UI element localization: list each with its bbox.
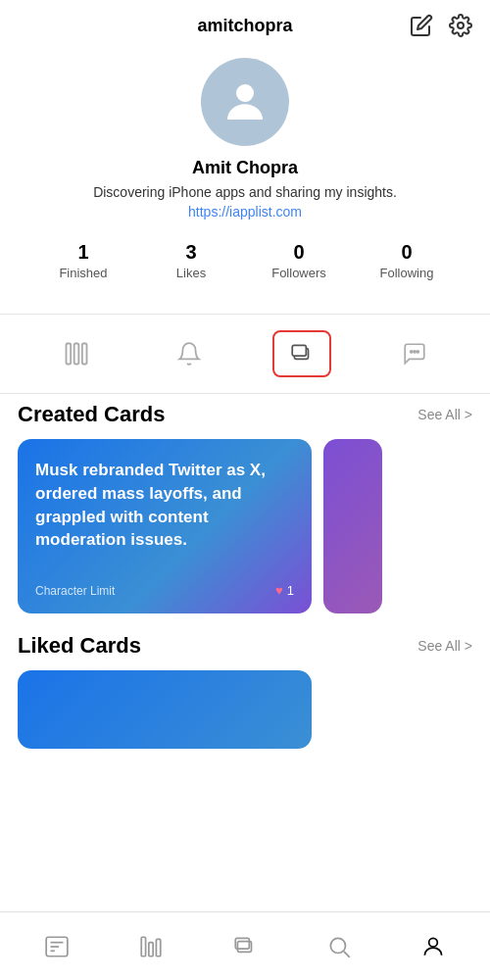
profile-bio: Discovering iPhone apps and sharing my i… [93,184,397,200]
svg-rect-3 [74,344,78,365]
likes-count: 1 [287,583,294,598]
tab-cards[interactable] [272,330,331,377]
nav-charts[interactable] [104,912,198,980]
tab-bookshelf[interactable] [47,330,106,377]
svg-point-19 [330,938,345,953]
card-likes: ♥ 1 [275,583,294,598]
stat-likes-number: 3 [185,241,196,264]
header-actions [410,14,474,39]
tab-comments[interactable] [385,330,444,377]
bottom-nav [0,911,490,980]
divider-stats [0,314,490,315]
stat-following-number: 0 [401,241,412,264]
svg-rect-4 [81,344,86,365]
liked-cards-see-all[interactable]: See All > [417,638,472,654]
liked-cards-row [18,670,472,753]
stat-followers-number: 0 [293,241,304,264]
svg-point-8 [413,351,415,353]
header: amitchopra [0,0,490,48]
stat-likes-label: Likes [176,266,206,280]
created-cards-see-all[interactable]: See All > [417,407,472,422]
username-title: amitchopra [197,16,292,36]
created-cards-row: Musk rebranded Twitter as X, ordered mas… [18,439,472,617]
card-item[interactable]: Musk rebranded Twitter as X, ordered mas… [18,439,312,613]
avatar [201,58,289,146]
stat-finished-label: Finished [59,266,107,280]
svg-rect-15 [149,942,153,956]
divider-tabs [0,393,490,394]
avatar-icon [219,75,271,128]
liked-cards-title: Liked Cards [18,633,141,659]
svg-point-9 [416,351,418,353]
svg-rect-2 [66,344,71,365]
liked-card-preview[interactable] [18,670,312,749]
created-cards-section: Created Cards See All > Musk rebranded T… [0,402,490,633]
card-text: Musk rebranded Twitter as X, ordered mas… [35,459,294,552]
created-cards-header: Created Cards See All > [18,402,472,427]
svg-rect-6 [292,345,306,356]
profile-link[interactable]: https://iapplist.com [188,204,302,220]
svg-point-21 [429,938,438,947]
card-category: Character Limit [35,584,115,598]
svg-point-1 [236,84,254,102]
nav-news[interactable] [10,912,104,980]
stat-following[interactable]: 0 Following [353,235,461,286]
nav-profile[interactable] [386,912,480,980]
liked-cards-section: Liked Cards See All > [0,633,490,768]
settings-icon[interactable] [449,14,474,39]
profile-name: Amit Chopra [192,158,298,178]
tab-notifications[interactable] [160,330,219,377]
stat-followers[interactable]: 0 Followers [245,235,353,286]
profile-section: Amit Chopra Discovering iPhone apps and … [0,48,490,306]
bottom-spacer [0,768,490,847]
stat-finished-number: 1 [77,241,88,264]
svg-point-7 [410,351,412,353]
liked-cards-header: Liked Cards See All > [18,633,472,659]
heart-icon: ♥ [275,583,283,598]
nav-search[interactable] [292,912,386,980]
stat-following-label: Following [380,266,434,280]
card-item-preview[interactable] [323,439,382,613]
stats-row: 1 Finished 3 Likes 0 Followers 0 Followi… [20,235,470,286]
svg-point-0 [458,23,464,28]
stat-followers-label: Followers [271,266,326,280]
created-cards-title: Created Cards [18,402,165,427]
stat-finished[interactable]: 1 Finished [29,235,137,286]
svg-line-20 [344,951,350,956]
edit-icon[interactable] [410,14,435,39]
svg-rect-16 [156,939,160,956]
profile-tabs [0,322,490,385]
card-footer: Character Limit ♥ 1 [35,583,294,598]
nav-cards[interactable] [198,912,292,980]
stat-likes[interactable]: 3 Likes [137,235,245,286]
svg-rect-14 [141,937,145,956]
